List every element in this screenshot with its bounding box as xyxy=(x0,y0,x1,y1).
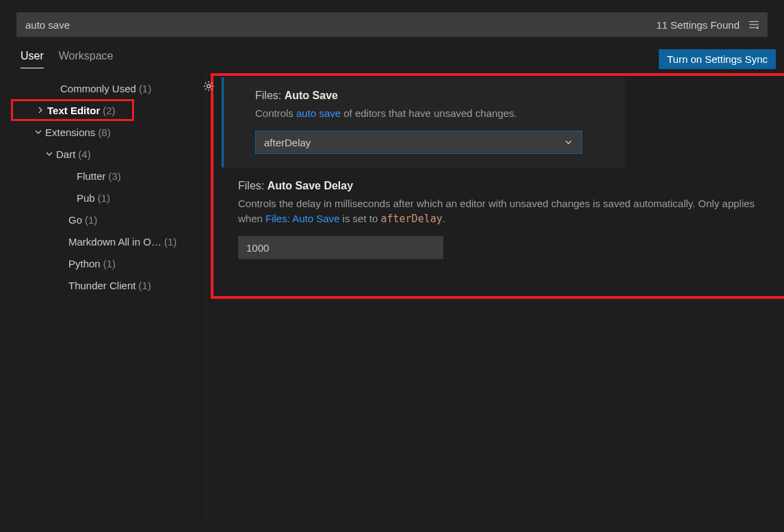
chevron-spacer xyxy=(56,236,67,247)
tree-item-extensions[interactable]: Extensions (8) xyxy=(0,121,206,143)
setting-category: Files: xyxy=(238,180,264,191)
tree-item-count: (1) xyxy=(85,214,97,226)
select-value: afterDelay xyxy=(264,137,311,148)
auto-save-select[interactable]: afterDelay xyxy=(255,131,582,154)
chevron-spacer xyxy=(56,280,67,291)
svg-point-5 xyxy=(207,85,211,88)
settings-search-bar: 11 Settings Found xyxy=(16,12,768,37)
setting-description: Controls the delay in milliseconds after… xyxy=(238,196,757,226)
tree-item-count: (1) xyxy=(98,192,110,204)
tree-item-python[interactable]: Python (1) xyxy=(0,252,206,274)
tab-workspace[interactable]: Workspace xyxy=(59,50,114,68)
tree-item-go[interactable]: Go (1) xyxy=(0,209,206,230)
chevron-down-icon xyxy=(33,127,44,137)
setting-description: Controls auto save of editors that have … xyxy=(255,106,609,121)
chevron-spacer xyxy=(48,83,59,94)
chevron-spacer xyxy=(56,258,67,269)
tree-item-label: Commonly Used xyxy=(60,83,136,94)
tree-item-markdown-all-in-o[interactable]: Markdown All in O… (1) xyxy=(0,230,206,252)
chevron-spacer xyxy=(64,192,75,203)
tree-item-label: Markdown All in O… xyxy=(68,236,161,248)
tree-item-label: Thunder Client xyxy=(68,280,135,291)
tree-item-count: (1) xyxy=(139,83,151,94)
tree-item-thunder-client[interactable]: Thunder Client (1) xyxy=(0,274,206,296)
tree-item-count: (1) xyxy=(103,258,116,269)
settings-body: Commonly Used (1)Text Editor (2)Extensio… xyxy=(0,70,784,520)
clear-filter-icon[interactable] xyxy=(746,17,761,32)
tree-item-label: Dart xyxy=(56,148,75,160)
tree-item-commonly-used[interactable]: Commonly Used (1) xyxy=(0,77,206,99)
tree-item-label: Flutter xyxy=(77,170,106,182)
auto-save-delay-input[interactable] xyxy=(238,236,443,259)
tab-user[interactable]: User xyxy=(21,50,44,68)
tree-item-pub[interactable]: Pub (1) xyxy=(0,187,206,209)
tree-item-label: Go xyxy=(68,214,82,226)
tree-item-count: (1) xyxy=(164,236,177,248)
doc-link[interactable]: auto save xyxy=(296,107,341,119)
tree-item-text-editor[interactable]: Text Editor (2) xyxy=(11,99,134,121)
setting-category: Files: xyxy=(255,90,281,101)
tree-item-count: (8) xyxy=(98,127,110,138)
tree-item-flutter[interactable]: Flutter (3) xyxy=(0,165,206,187)
tree-item-label: Python xyxy=(68,258,101,269)
gear-icon[interactable] xyxy=(201,79,216,94)
setting-name: Auto Save xyxy=(285,90,338,101)
chevron-spacer xyxy=(64,170,75,181)
setting-files-auto-save-delay: Files: Auto Save Delay Controls the dela… xyxy=(223,168,784,273)
tree-item-count: (4) xyxy=(78,148,90,160)
tree-item-count: (3) xyxy=(109,170,121,182)
settings-content: Files: Auto Save Controls auto save of e… xyxy=(207,70,784,520)
tree-item-dart[interactable]: Dart (4) xyxy=(0,143,206,165)
search-results-count: 11 Settings Found xyxy=(649,19,746,31)
scope-tabs: User Workspace xyxy=(21,50,114,68)
setting-name: Auto Save Delay xyxy=(267,180,353,191)
code-literal: afterDelay xyxy=(380,213,442,225)
chevron-spacer xyxy=(56,214,67,225)
setting-title: Files: Auto Save xyxy=(255,90,609,102)
chevron-down-icon xyxy=(44,148,55,159)
settings-sync-button[interactable]: Turn on Settings Sync xyxy=(659,49,776,69)
doc-link[interactable]: Files: Auto Save xyxy=(265,213,339,224)
setting-files-auto-save: Files: Auto Save Controls auto save of e… xyxy=(222,77,625,168)
tree-item-count: (1) xyxy=(138,280,151,291)
tree-item-label: Pub xyxy=(77,192,95,204)
settings-scope-row: User Workspace Turn on Settings Sync xyxy=(0,37,784,69)
tree-item-label: Text Editor xyxy=(47,105,100,116)
chevron-down-icon xyxy=(564,137,573,147)
setting-title: Files: Auto Save Delay xyxy=(238,180,757,192)
chevron-right-icon xyxy=(35,105,46,116)
settings-search-input[interactable] xyxy=(17,14,649,36)
tree-item-label: Extensions xyxy=(45,127,95,138)
settings-tree: Commonly Used (1)Text Editor (2)Extensio… xyxy=(0,70,207,520)
tree-item-count: (2) xyxy=(103,105,115,116)
